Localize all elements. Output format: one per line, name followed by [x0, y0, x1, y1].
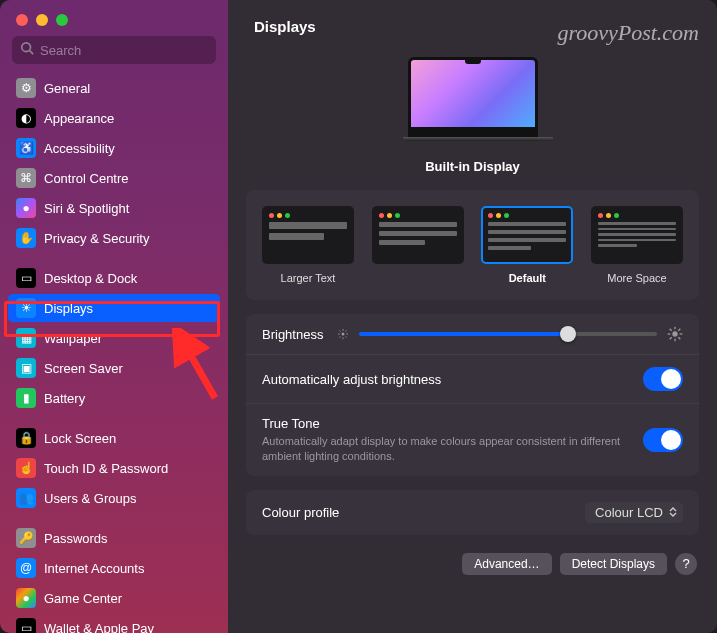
sidebar-item-gamecenter[interactable]: ●Game Center	[8, 584, 220, 612]
wallpaper-icon: ▦	[16, 328, 36, 348]
sidebar-item-privacy[interactable]: ✋Privacy & Security	[8, 224, 220, 252]
colour-profile-select[interactable]: Colour LCD	[585, 502, 683, 523]
scale-option-3[interactable]: More Space	[591, 206, 683, 284]
main-content: groovyPost.com Displays Built-in Display…	[228, 0, 717, 633]
header: Displays	[228, 0, 717, 49]
scale-option-0[interactable]: Larger Text	[262, 206, 354, 284]
accessibility-icon: ♿	[16, 138, 36, 158]
detect-displays-button[interactable]: Detect Displays	[560, 553, 667, 575]
sidebar-item-internet[interactable]: @Internet Accounts	[8, 554, 220, 582]
sidebar-item-appearance[interactable]: ◐Appearance	[8, 104, 220, 132]
brightness-slider-knob[interactable]	[560, 326, 576, 342]
sidebar-item-users[interactable]: 👥Users & Groups	[8, 484, 220, 512]
auto-brightness-toggle[interactable]	[643, 367, 683, 391]
display-name: Built-in Display	[246, 159, 699, 174]
sidebar-item-label: Wallpaper	[44, 331, 102, 346]
brightness-panel: Brightness Automatically adjust brightne…	[246, 314, 699, 476]
window-controls	[0, 0, 228, 36]
sidebar-item-touchid[interactable]: ☝Touch ID & Password	[8, 454, 220, 482]
sidebar-item-desktop[interactable]: ▭Desktop & Dock	[8, 264, 220, 292]
svg-line-17	[670, 329, 672, 331]
auto-brightness-label: Automatically adjust brightness	[262, 372, 629, 387]
scale-thumb-icon	[591, 206, 683, 264]
sidebar-item-general[interactable]: ⚙General	[8, 74, 220, 102]
search-input-wrap[interactable]	[12, 36, 216, 64]
svg-line-1	[30, 51, 34, 55]
sidebar-item-label: Displays	[44, 301, 93, 316]
truetone-toggle[interactable]	[643, 428, 683, 452]
sidebar-item-battery[interactable]: ▮Battery	[8, 384, 220, 412]
scale-option-2[interactable]: Default	[481, 206, 573, 284]
sidebar-item-label: Appearance	[44, 111, 114, 126]
sidebar-item-screensaver[interactable]: ▣Screen Saver	[8, 354, 220, 382]
help-button[interactable]: ?	[675, 553, 697, 575]
auto-brightness-row: Automatically adjust brightness	[246, 354, 699, 403]
sidebar-item-label: Privacy & Security	[44, 231, 149, 246]
sidebar: ⚙General◐Appearance♿Accessibility⌘Contro…	[0, 0, 228, 633]
sidebar-item-label: Accessibility	[44, 141, 115, 156]
colour-profile-value: Colour LCD	[595, 505, 663, 520]
sidebar-item-wallpaper[interactable]: ▦Wallpaper	[8, 324, 220, 352]
footer-buttons: Advanced… Detect Displays ?	[246, 549, 699, 575]
sidebar-item-siri[interactable]: ●Siri & Spotlight	[8, 194, 220, 222]
sidebar-item-label: Control Centre	[44, 171, 129, 186]
scale-thumb-icon	[372, 206, 464, 264]
advanced-button[interactable]: Advanced…	[462, 553, 551, 575]
svg-line-20	[678, 329, 680, 331]
close-window-button[interactable]	[16, 14, 28, 26]
scale-option-label: More Space	[607, 272, 666, 284]
scale-option-1[interactable]	[372, 206, 464, 284]
colour-profile-row: Colour profile Colour LCD	[246, 490, 699, 535]
svg-line-19	[670, 337, 672, 339]
brightness-row: Brightness	[246, 314, 699, 354]
touchid-icon: ☝	[16, 458, 36, 478]
sidebar-item-passwords[interactable]: 🔑Passwords	[8, 524, 220, 552]
minimize-window-button[interactable]	[36, 14, 48, 26]
sidebar-item-label: Lock Screen	[44, 431, 116, 446]
scale-thumb-icon	[262, 206, 354, 264]
sidebar-item-label: Desktop & Dock	[44, 271, 137, 286]
sidebar-item-displays[interactable]: ☀Displays	[8, 294, 220, 322]
sidebar-item-label: Siri & Spotlight	[44, 201, 129, 216]
sidebar-item-wallet[interactable]: ▭Wallet & Apple Pay	[8, 614, 220, 633]
sidebar-item-label: Touch ID & Password	[44, 461, 168, 476]
truetone-row: True Tone Automatically adapt display to…	[246, 403, 699, 476]
svg-line-11	[346, 331, 347, 332]
lockscreen-icon: 🔒	[16, 428, 36, 448]
sidebar-item-label: General	[44, 81, 90, 96]
svg-line-9	[346, 337, 347, 338]
sidebar-item-label: Game Center	[44, 591, 122, 606]
sidebar-item-label: Wallet & Apple Pay	[44, 621, 154, 634]
screensaver-icon: ▣	[16, 358, 36, 378]
resolution-panel: Larger TextDefaultMore Space	[246, 190, 699, 300]
sidebar-item-accessibility[interactable]: ♿Accessibility	[8, 134, 220, 162]
sidebar-item-label: Internet Accounts	[44, 561, 144, 576]
displays-icon: ☀	[16, 298, 36, 318]
sidebar-item-label: Users & Groups	[44, 491, 136, 506]
general-icon: ⚙	[16, 78, 36, 98]
brightness-slider[interactable]	[359, 332, 657, 336]
svg-point-0	[22, 43, 31, 52]
siri-icon: ●	[16, 198, 36, 218]
users-icon: 👥	[16, 488, 36, 508]
chevron-updown-icon	[669, 507, 677, 517]
scale-option-label: Larger Text	[281, 272, 336, 284]
gamecenter-icon: ●	[16, 588, 36, 608]
internet-icon: @	[16, 558, 36, 578]
svg-line-18	[678, 337, 680, 339]
wallet-icon: ▭	[16, 618, 36, 633]
passwords-icon: 🔑	[16, 528, 36, 548]
desktop-icon: ▭	[16, 268, 36, 288]
brightness-low-icon	[337, 328, 349, 340]
sidebar-item-controlcentre[interactable]: ⌘Control Centre	[8, 164, 220, 192]
sidebar-item-label: Screen Saver	[44, 361, 123, 376]
sidebar-item-label: Passwords	[44, 531, 108, 546]
svg-point-3	[342, 333, 345, 336]
truetone-description: Automatically adapt display to make colo…	[262, 434, 629, 464]
fullscreen-window-button[interactable]	[56, 14, 68, 26]
search-input[interactable]	[40, 43, 208, 58]
content-scroll[interactable]: Built-in Display Larger TextDefaultMore …	[228, 49, 717, 633]
svg-point-12	[672, 331, 677, 336]
sidebar-item-label: Battery	[44, 391, 85, 406]
sidebar-item-lockscreen[interactable]: 🔒Lock Screen	[8, 424, 220, 452]
